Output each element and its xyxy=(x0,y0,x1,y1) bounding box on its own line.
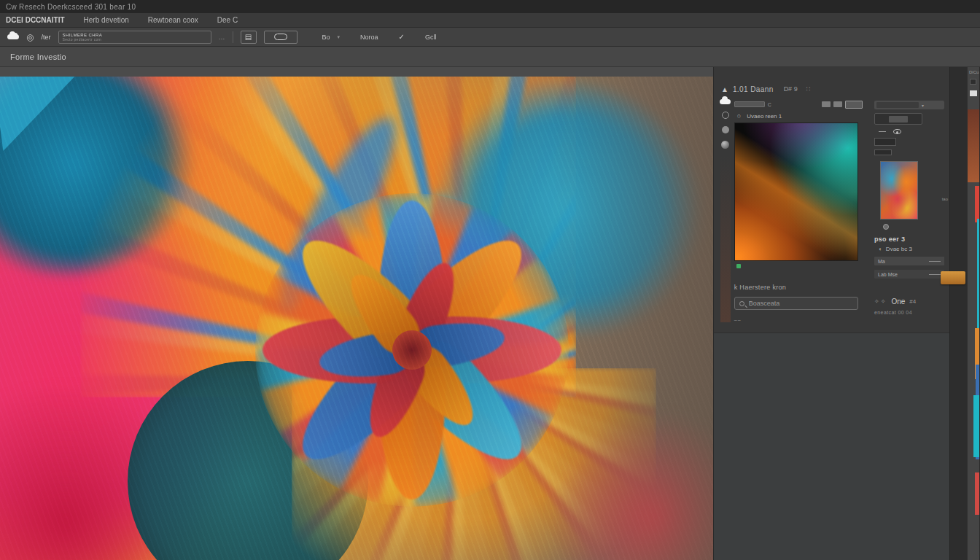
mode-label[interactable]: Bo xyxy=(322,34,330,41)
layers-dropdown-fill xyxy=(876,102,919,108)
tool-strip-gradient xyxy=(720,156,731,322)
panel-badge: D# 9 xyxy=(784,85,798,93)
tool-label: /ter xyxy=(41,34,50,41)
counter-row: ✧✧ One #4 xyxy=(874,298,949,306)
layers-panel: ▾ tao pso eer 3 ◐ Dvae bc 3 xyxy=(874,98,949,322)
shape-tool-button[interactable] xyxy=(264,31,298,44)
picker-marks: –– xyxy=(734,317,863,322)
picker-value-field[interactable] xyxy=(734,101,765,107)
circle-tool-icon[interactable] xyxy=(722,126,729,133)
counter-badge: #4 xyxy=(909,298,916,305)
toolbar-separator xyxy=(233,31,233,43)
blend-icon: ◐ xyxy=(879,246,882,252)
page-tool-button[interactable]: ▤ xyxy=(241,31,257,44)
edge-swatch-red2 xyxy=(975,472,979,515)
sphere-tool-icon[interactable] xyxy=(721,141,729,149)
eye-icon[interactable] xyxy=(893,129,901,134)
thumbnail-note: tao xyxy=(942,197,948,201)
preset-line2: Secto pedtacertr com xyxy=(63,38,207,42)
layers-mini-control[interactable] xyxy=(874,113,922,125)
main-area: ▲ 1.01 Daann D# 9 ∷ C xyxy=(0,67,980,560)
edge-dark-icon[interactable] xyxy=(970,79,976,85)
panel-tool-strip xyxy=(717,98,734,322)
layer-thumbnail-artwork[interactable] xyxy=(880,161,918,219)
picker-mini-toolbar: C xyxy=(734,99,863,109)
panel-gap xyxy=(949,67,967,560)
edge-panel-title: DiCu xyxy=(968,67,979,74)
picker-option-button[interactable] xyxy=(822,101,831,107)
layer-group-label[interactable]: pso eer 3 xyxy=(874,236,949,243)
tool-preset-box[interactable]: SHILMERE CHRA Secto pedtacertr com xyxy=(58,31,211,44)
color-picker-panel: C ○ Uvaeo reen 1 k Haerstere kron xyxy=(734,98,863,322)
artwork-right-fade xyxy=(553,77,713,560)
panel-menu-icon[interactable]: ∷ xyxy=(806,85,811,93)
preset-line1: SHILMERE CHRA xyxy=(63,33,207,37)
canvas-area xyxy=(0,67,713,560)
layer-circle-button[interactable] xyxy=(883,224,889,230)
chevron-down-icon: ▾ xyxy=(922,103,924,108)
picker-footer-label: k Haerstere kron xyxy=(734,284,863,291)
cloud-icon[interactable] xyxy=(720,99,731,104)
right-panel: ▲ 1.01 Daann D# 9 ∷ C xyxy=(713,67,949,560)
ring-tool-icon[interactable] xyxy=(722,112,729,119)
panel-body: C ○ Uvaeo reen 1 k Haerstere kron xyxy=(714,98,949,322)
circle-icon: ○ xyxy=(737,112,741,120)
menu-item-image[interactable]: Rewtoean coox xyxy=(148,16,198,24)
flow-label[interactable]: Noroa xyxy=(360,34,378,41)
mode-chevron-icon[interactable]: ▾ xyxy=(338,34,341,40)
menu-item-file[interactable]: DCEI DCCNAITIT xyxy=(6,16,65,24)
layer-thumbnail-empty[interactable] xyxy=(874,149,892,155)
layer-row-label: Ma xyxy=(878,259,885,264)
panel-search-box[interactable] xyxy=(734,297,858,310)
status-dot xyxy=(736,264,741,268)
sparkles-icon: ✧✧ xyxy=(874,298,887,305)
color-gradient-field[interactable] xyxy=(734,122,858,261)
picker-footer xyxy=(734,261,858,271)
orange-color-swatch[interactable] xyxy=(941,271,965,284)
window-titlebar: Cw Resech Doerkcsceed 301 bear 10 xyxy=(0,0,980,13)
layers-toolbar xyxy=(874,129,949,134)
search-icon xyxy=(739,301,744,306)
image-icon: ▲ xyxy=(721,85,728,93)
panel-header: ▲ 1.01 Daann D# 9 ∷ xyxy=(714,80,949,98)
minus-icon[interactable] xyxy=(879,131,886,132)
edge-gradient xyxy=(968,109,979,182)
edge-swatch-red xyxy=(975,186,979,222)
layer-row-label: Lab Mse xyxy=(878,272,898,277)
edge-swatch-teal-bar xyxy=(973,395,979,457)
options-toolbar: ◎ /ter SHILMERE CHRA Secto pedtacertr co… xyxy=(0,28,980,47)
layer-thumbnail-empty[interactable] xyxy=(874,138,896,146)
edge-light-icon[interactable] xyxy=(970,90,977,96)
page-icon: ▤ xyxy=(245,33,252,41)
document-tab[interactable]: Forme Investio xyxy=(10,52,66,61)
picker-option-button[interactable] xyxy=(833,101,842,107)
cloud-icon[interactable] xyxy=(7,34,19,39)
edge-panel: DiCu xyxy=(967,67,979,560)
sub-counter-label: eneatcat 00 04 xyxy=(874,310,949,315)
layer-item[interactable]: ◐ Dvae bc 3 xyxy=(874,246,949,252)
picker-preset-label: Uvaeo reen 1 xyxy=(747,113,782,120)
preset-more[interactable]: … xyxy=(219,34,225,41)
document-tab-bar: Forme Investio xyxy=(0,47,980,67)
canvas-artwork[interactable] xyxy=(0,77,713,560)
picker-unit-label: C xyxy=(768,102,771,107)
row-slider xyxy=(929,274,941,275)
edge-swatch-teal-line xyxy=(977,219,979,328)
check-icon[interactable]: ✓ xyxy=(399,33,405,41)
layers-dropdown[interactable]: ▾ xyxy=(874,101,944,109)
layer-row[interactable]: Ma xyxy=(874,257,944,265)
picker-preset-row[interactable]: ○ Uvaeo reen 1 xyxy=(734,109,863,122)
panel-empty-area xyxy=(714,332,949,560)
oval-icon xyxy=(274,34,287,40)
smooth-label[interactable]: Gcll xyxy=(425,34,437,41)
picker-mode-button[interactable] xyxy=(845,101,863,109)
row-slider xyxy=(929,261,941,262)
menu-item-edit[interactable]: Herb devetion xyxy=(84,16,129,24)
menu-item-view[interactable]: Dee C xyxy=(217,16,238,24)
counter-label: One xyxy=(891,298,905,306)
layer-row[interactable]: Lab Mse xyxy=(874,270,944,279)
target-icon[interactable]: ◎ xyxy=(26,32,34,42)
search-input[interactable] xyxy=(749,300,836,307)
panel-title: 1.01 Daann xyxy=(733,85,774,93)
menu-bar: DCEI DCCNAITIT Herb devetion Rewtoean co… xyxy=(0,13,980,28)
